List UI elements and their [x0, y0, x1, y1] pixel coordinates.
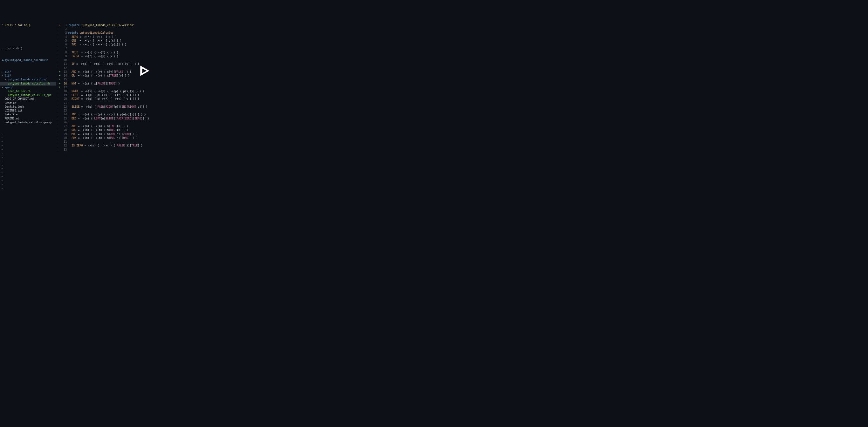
empty-line-tilde: ~ [0, 163, 56, 167]
code-content[interactable]: DEC = ->(n) { LEFT[n[SLIDE][PAIR[ZERO][Z… [68, 117, 488, 121]
code-content[interactable]: require "untyped_lambda_calculus/version… [68, 23, 488, 27]
empty-line-tilde: ~ [0, 148, 56, 152]
code-content[interactable]: ADD = ->(n) { ->(m) { m[INC][n] } } [68, 125, 488, 128]
sign-column [58, 54, 61, 58]
code-line[interactable]: |28 SUB = ->(n) { ->(m) { m[DEC][n] } } [56, 128, 488, 132]
code-line[interactable]: |33 [56, 148, 488, 152]
warning-sign: ⚠ [58, 23, 61, 27]
code-content[interactable]: ZERO = ->(*) { ->(x) { x } } [68, 35, 488, 39]
code-content[interactable]: MUL = ->(n) { ->(m) { m[ADD[n]][ZERO] } … [68, 132, 488, 136]
sign-column [58, 27, 61, 31]
nerdtree-updir[interactable]: .. (up a dir) [0, 47, 56, 51]
code-content[interactable]: IS_ZERO = ->(n) { n[->(_) { FALSE }][TRU… [68, 144, 488, 148]
code-content[interactable]: POW = ->(n) { ->(m) { m[MUL[n]][ONE] } } [68, 136, 488, 140]
code-line[interactable]: |5 ONE = ->(p) { ->(x) { p[x] } } [56, 39, 488, 42]
nerdtree-sidebar[interactable]: " Press ? for help .. (up a dir) </my/un… [0, 15, 56, 240]
code-content[interactable]: TWO = ->(p) { ->(x) { p[p[x]] } } [68, 43, 488, 47]
sign-column [58, 39, 61, 42]
tree-item[interactable]: ▾ spec/ [0, 86, 56, 89]
code-content[interactable]: module UntypedLambdaCalculus [68, 31, 488, 35]
code-content[interactable]: IF = ->(p) { ->(x) { ->(y) { p[x][y] } }… [68, 62, 488, 66]
sign-column [58, 59, 61, 62]
line-number: 19 [62, 93, 68, 97]
line-number: 25 [62, 117, 68, 121]
code-line[interactable]: |+17 [56, 86, 488, 89]
code-line[interactable]: |2 [56, 27, 488, 31]
code-line[interactable]: |29 MUL = ->(n) { ->(m) { m[ADD[n]][ZERO… [56, 132, 488, 136]
tree-item[interactable]: Gemfile.lock [0, 105, 56, 109]
code-line[interactable]: |20 RIGHT = ->(p) { p[->(*) { ->(y) { y … [56, 97, 488, 101]
code-content[interactable] [68, 59, 488, 62]
sign-column [58, 125, 61, 128]
code-line[interactable]: |26 [56, 121, 488, 124]
tree-item[interactable]: spec_helper.rb [0, 89, 56, 93]
code-content[interactable]: NOT = ->(x) { x[FALSE][TRUE] } [68, 81, 488, 86]
code-line[interactable]: |12 [56, 66, 488, 70]
code-line[interactable]: |25 DEC = ->(n) { LEFT[n[SLIDE][PAIR[ZER… [56, 117, 488, 121]
code-line[interactable]: |7 [56, 47, 488, 51]
tree-item[interactable]: ▾ lib/ [0, 74, 56, 77]
tree-item[interactable]: Rakefile [0, 113, 56, 117]
code-line[interactable]: |8 TRUE = ->(x) { ->(*) { x } } [56, 51, 488, 54]
code-line[interactable]: |23 [56, 109, 488, 113]
tree-item[interactable]: Gemfile [0, 101, 56, 105]
code-content[interactable]: TRUE = ->(x) { ->(*) { x } } [68, 51, 488, 54]
tree-item[interactable]: ▸ bin/ [0, 70, 56, 74]
code-line[interactable]: |27 ADD = ->(n) { ->(m) { m[INC][n] } } [56, 125, 488, 128]
line-number: 23 [62, 109, 68, 113]
code-content[interactable] [68, 121, 488, 124]
code-line[interactable]: |4 ZERO = ->(*) { ->(x) { x } } [56, 35, 488, 39]
code-line[interactable]: |19 LEFT = ->(p) { p[->(x) { ->(*) { x }… [56, 93, 488, 97]
tree-item[interactable]: LICENSE.txt [0, 109, 56, 113]
sign-column [58, 66, 61, 70]
sign-column [58, 89, 61, 93]
code-content[interactable] [68, 86, 488, 89]
tree-item[interactable]: CODE_OF_CONDUCT.md [0, 97, 56, 101]
code-content[interactable]: SLIDE = ->(p) { PAIR[RIGHT[p]][INC[RIGHT… [68, 105, 488, 109]
code-line[interactable]: |9 FALSE = ->(*) { ->(y) { y } } [56, 54, 488, 58]
code-content[interactable]: LEFT = ->(p) { p[->(x) { ->(*) { x } }] … [68, 93, 488, 97]
tree-item[interactable]: untyped_lambda_calculus.rb [0, 81, 56, 86]
code-line[interactable]: |10 [56, 59, 488, 62]
code-content[interactable] [68, 101, 488, 105]
code-line[interactable]: |22 SLIDE = ->(p) { PAIR[RIGHT[p]][INC[R… [56, 105, 488, 109]
code-content[interactable]: RIGHT = ->(p) { p[->(*) { ->(y) { y } }]… [68, 97, 488, 101]
code-content[interactable] [68, 66, 488, 70]
code-line[interactable]: |+13 AND = ->(x) { ->(y) { x[y][FALSE] }… [56, 70, 488, 74]
code-line[interactable]: |6 TWO = ->(p) { ->(x) { p[p[x]] } } [56, 43, 488, 47]
code-content[interactable]: INC = ->(n) { ->(p) { ->(x) { p[n[p][x]]… [68, 113, 488, 117]
code-content[interactable]: PAIR = ->(x) { ->(y) { ->(p) { p[x][y] }… [68, 89, 488, 93]
code-line[interactable]: |+14 OR = ->(x) { ->(y) { x[TRUE][y] } } [56, 74, 488, 77]
code-content[interactable] [68, 78, 488, 81]
tree-item[interactable]: ▸ untyped_lambda_calculus/ [0, 78, 56, 81]
code-content[interactable]: FALSE = ->(*) { ->(y) { y } } [68, 54, 488, 58]
code-line[interactable]: |+16 NOT = ->(x) { x[FALSE][TRUE] } [56, 81, 488, 86]
code-content[interactable] [68, 140, 488, 143]
code-line[interactable]: |21 [56, 101, 488, 105]
code-line[interactable]: |11 IF = ->(p) { ->(x) { ->(y) { p[x][y]… [56, 62, 488, 66]
line-number: 26 [62, 121, 68, 124]
code-line[interactable]: |18 PAIR = ->(x) { ->(y) { ->(p) { p[x][… [56, 89, 488, 93]
tree-item[interactable]: untyped_lambda_calculus_spe [0, 93, 56, 97]
tree-item[interactable]: untyped_lambda_calculus.gemsp [0, 121, 56, 124]
code-content[interactable]: SUB = ->(n) { ->(m) { m[DEC][n] } } [68, 128, 488, 132]
code-content[interactable] [68, 148, 488, 152]
empty-line-tilde: ~ [0, 175, 56, 179]
code-line[interactable]: |3module UntypedLambdaCalculus [56, 31, 488, 35]
sign-column [58, 97, 61, 101]
tree-item[interactable]: README.md [0, 117, 56, 121]
code-content[interactable] [68, 27, 488, 31]
code-content[interactable] [68, 109, 488, 113]
code-editor[interactable]: |⚠1require "untyped_lambda_calculus/vers… [56, 15, 488, 240]
code-line[interactable]: |+15 [56, 78, 488, 81]
line-number: 1 [62, 23, 68, 27]
code-line[interactable]: |⚠1require "untyped_lambda_calculus/vers… [56, 23, 488, 27]
code-content[interactable] [68, 47, 488, 51]
code-line[interactable]: |31 [56, 140, 488, 143]
code-line[interactable]: |32 IS_ZERO = ->(n) { n[->(_) { FALSE }]… [56, 144, 488, 148]
code-content[interactable]: ONE = ->(p) { ->(x) { p[x] } } [68, 39, 488, 42]
code-line[interactable]: |24 INC = ->(n) { ->(p) { ->(x) { p[n[p]… [56, 113, 488, 117]
code-content[interactable]: OR = ->(x) { ->(y) { x[TRUE][y] } } [68, 74, 488, 77]
code-content[interactable]: AND = ->(x) { ->(y) { x[y][FALSE] } } [68, 70, 488, 74]
code-line[interactable]: |30 POW = ->(n) { ->(m) { m[MUL[n]][ONE]… [56, 136, 488, 140]
